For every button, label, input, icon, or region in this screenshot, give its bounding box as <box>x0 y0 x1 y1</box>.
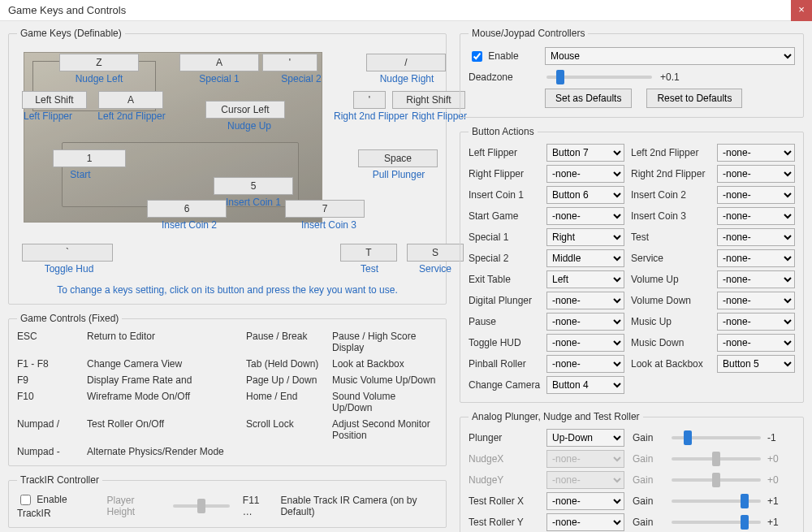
key-nudge-left[interactable]: Z <box>59 54 139 71</box>
action-select[interactable]: Button 5 <box>717 355 795 373</box>
analog-legend: Analog Plunger, Nudge and Test Roller <box>469 411 643 422</box>
gain-slider <box>672 478 761 482</box>
lbl-nudge-left: Nudge Left <box>66 73 132 84</box>
mouse-enable[interactable]: Enable <box>469 49 538 64</box>
device-select[interactable]: Mouse <box>545 47 795 65</box>
action-select[interactable]: Left <box>546 270 624 288</box>
deadzone-slider[interactable] <box>546 76 652 79</box>
action-select[interactable]: Right <box>546 228 624 246</box>
lbl-test: Test <box>355 263 384 275</box>
fixed-cell: ESC <box>17 331 82 353</box>
action-select[interactable]: -none- <box>546 313 624 331</box>
action-select[interactable]: -none- <box>546 292 624 309</box>
key-special2[interactable]: ' <box>262 54 317 71</box>
action-select[interactable]: Middle <box>546 249 624 267</box>
action-select[interactable]: -none- <box>717 228 795 246</box>
analog-axis-select: -none- <box>546 471 624 489</box>
action-select[interactable]: -none- <box>717 270 795 288</box>
key-nudge-right[interactable]: / <box>366 54 446 71</box>
analog-label: Test Roller Y <box>469 517 538 528</box>
action-label: Left Flipper <box>469 147 540 158</box>
fixed-cell: Home / End <box>246 391 327 413</box>
gain-slider[interactable] <box>672 500 761 503</box>
mouse-enable-checkbox[interactable] <box>472 51 482 62</box>
action-select[interactable]: -none- <box>546 355 624 373</box>
trackir-desc: Enable Track IR Camera (on by Default) <box>280 495 438 517</box>
action-select[interactable]: -none- <box>717 186 795 204</box>
trackir-f11: F11 … <box>243 495 270 517</box>
gain-label: Gain <box>633 495 662 507</box>
gain-slider[interactable] <box>672 436 761 439</box>
action-select[interactable]: -none- <box>717 144 795 162</box>
button-actions-group: Button Actions Left FlipperButton 7Left … <box>460 126 804 403</box>
action-select[interactable]: -none- <box>717 292 795 309</box>
analog-axis-select[interactable]: Up-Down <box>546 429 624 447</box>
mouse-joypad-legend: Mouse/Joypad Controllers <box>469 28 588 39</box>
close-button[interactable]: × <box>791 0 812 21</box>
fixed-cell: Sound Volume Up/Down <box>332 391 438 413</box>
analog-label: Test Roller X <box>469 495 538 507</box>
deadzone-value: +0.1 <box>660 71 680 83</box>
trackir-enable-checkbox[interactable] <box>20 495 31 505</box>
key-coin2[interactable]: 6 <box>147 200 227 218</box>
key-start[interactable]: 1 <box>53 149 126 167</box>
lbl-toggle-hud: Toggle Hud <box>37 263 102 275</box>
action-label: Pause <box>469 316 540 327</box>
action-select[interactable]: -none- <box>717 207 795 225</box>
action-label: Special 1 <box>469 231 540 243</box>
key-test[interactable]: T <box>340 244 397 262</box>
key-coin3[interactable]: 7 <box>285 200 365 218</box>
gain-slider[interactable] <box>672 521 761 524</box>
analog-axis-select[interactable]: -none- <box>546 492 624 510</box>
analog-label: Plunger <box>469 432 538 443</box>
action-label: Service <box>631 253 710 264</box>
fixed-cell: Wireframe Mode On/Off <box>87 391 241 413</box>
gain-value: -1 <box>767 432 792 443</box>
gain-label: Gain <box>633 474 662 486</box>
action-select[interactable]: Button 4 <box>546 376 624 394</box>
trackir-enable[interactable]: Enable TrackIR <box>17 492 95 519</box>
analog-group: Analog Plunger, Nudge and Test Roller Pl… <box>460 411 804 532</box>
fixed-cell: Adjust Second Monitor Position <box>332 418 438 441</box>
action-select[interactable]: -none- <box>546 207 624 225</box>
key-plunger[interactable]: Space <box>358 149 438 167</box>
lbl-special2: Special 2 <box>277 73 326 84</box>
gain-slider <box>672 457 761 461</box>
action-select[interactable]: -none- <box>717 313 795 331</box>
analog-axis-select: -none- <box>546 450 624 468</box>
action-label: Volume Up <box>631 274 710 285</box>
key-coin1[interactable]: 5 <box>214 177 293 195</box>
game-keys-group: Game Keys (Definable) Z Nudge Left A Spe… <box>8 28 447 305</box>
action-label: Insert Coin 2 <box>631 189 710 201</box>
key-left-flipper[interactable]: Left Shift <box>22 91 87 109</box>
analog-label: NudgeY <box>469 474 538 486</box>
action-label: Special 2 <box>469 253 540 264</box>
lbl-left-flipper: Left Flipper <box>24 110 85 122</box>
gain-label: Gain <box>633 517 662 528</box>
key-toggle-hud[interactable]: ` <box>22 244 113 262</box>
trackir-legend: TrackIR Controller <box>17 474 102 486</box>
set-defaults-button[interactable]: Set as Defaults <box>545 89 632 108</box>
action-select[interactable]: -none- <box>717 165 795 183</box>
key-service[interactable]: S <box>407 244 464 262</box>
key-nudge-up[interactable]: Cursor Left <box>205 101 285 119</box>
key-right-2nd-flipper[interactable]: ' <box>353 91 386 109</box>
lbl-nudge-up: Nudge Up <box>225 120 274 132</box>
action-select[interactable]: -none- <box>546 165 624 183</box>
action-select[interactable]: -none- <box>717 334 795 352</box>
action-select[interactable]: Button 7 <box>546 144 624 162</box>
mouse-joypad-group: Mouse/Joypad Controllers Enable Mouse De… <box>460 28 804 118</box>
reset-defaults-button[interactable]: Reset to Defaults <box>646 89 742 108</box>
key-left-2nd-flipper[interactable]: A <box>98 91 163 109</box>
fixed-cell <box>332 446 438 457</box>
key-special1[interactable]: A <box>179 54 259 71</box>
key-hint: To change a keys setting, click on its b… <box>17 284 438 296</box>
action-select[interactable]: -none- <box>717 249 795 267</box>
action-label: Digital Plunger <box>469 295 540 306</box>
analog-axis-select[interactable]: -none- <box>546 513 624 531</box>
action-label: Volume Down <box>631 295 710 306</box>
action-select[interactable]: -none- <box>546 334 624 352</box>
fixed-cell: Tab (Held Down) <box>246 358 327 370</box>
key-right-flipper[interactable]: Right Shift <box>392 91 465 109</box>
action-select[interactable]: Button 6 <box>546 186 624 204</box>
